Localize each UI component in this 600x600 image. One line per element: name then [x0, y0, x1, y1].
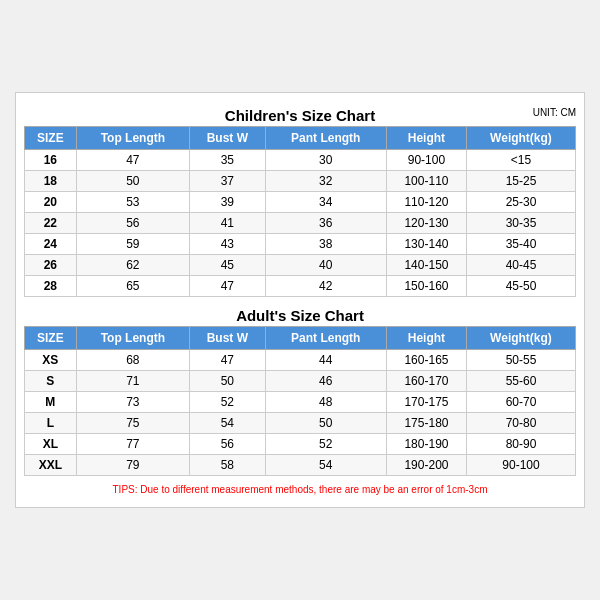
- children-header-row: SIZE Top Length Bust W Pant Length Heigh…: [25, 127, 576, 150]
- table-row: 1647353090-100<15: [25, 150, 576, 171]
- tips-text: TIPS: Due to different measurement metho…: [24, 482, 576, 497]
- table-cell: 30-35: [466, 213, 575, 234]
- adults-col-bust-w: Bust W: [190, 327, 266, 350]
- table-cell: 28: [25, 276, 77, 297]
- table-cell: 26: [25, 255, 77, 276]
- children-section-title: Children's Size Chart UNIT: CM: [24, 103, 576, 126]
- table-cell: 46: [265, 371, 386, 392]
- table-cell: 38: [265, 234, 386, 255]
- table-cell: 80-90: [466, 434, 575, 455]
- table-cell: 58: [190, 455, 266, 476]
- table-cell: 45-50: [466, 276, 575, 297]
- table-row: 24594338130-14035-40: [25, 234, 576, 255]
- table-cell: 110-120: [386, 192, 466, 213]
- children-col-pant-length: Pant Length: [265, 127, 386, 150]
- table-row: S715046160-17055-60: [25, 371, 576, 392]
- table-cell: 90-100: [386, 150, 466, 171]
- table-cell: 175-180: [386, 413, 466, 434]
- children-col-height: Height: [386, 127, 466, 150]
- table-cell: M: [25, 392, 77, 413]
- table-cell: 44: [265, 350, 386, 371]
- table-cell: 54: [190, 413, 266, 434]
- table-cell: 34: [265, 192, 386, 213]
- table-cell: 75: [76, 413, 189, 434]
- table-cell: 73: [76, 392, 189, 413]
- table-cell: 71: [76, 371, 189, 392]
- table-cell: 100-110: [386, 171, 466, 192]
- table-cell: XL: [25, 434, 77, 455]
- table-cell: 50-55: [466, 350, 575, 371]
- table-cell: 50: [76, 171, 189, 192]
- table-cell: 47: [76, 150, 189, 171]
- table-cell: 16: [25, 150, 77, 171]
- table-row: XL775652180-19080-90: [25, 434, 576, 455]
- table-cell: L: [25, 413, 77, 434]
- table-cell: 140-150: [386, 255, 466, 276]
- size-chart-container: Children's Size Chart UNIT: CM SIZE Top …: [15, 92, 585, 508]
- table-cell: XXL: [25, 455, 77, 476]
- adults-col-size: SIZE: [25, 327, 77, 350]
- table-cell: 40-45: [466, 255, 575, 276]
- table-cell: 56: [76, 213, 189, 234]
- table-cell: 70-80: [466, 413, 575, 434]
- table-cell: 60-70: [466, 392, 575, 413]
- table-row: XXL795854190-20090-100: [25, 455, 576, 476]
- table-cell: 35: [190, 150, 266, 171]
- table-cell: 90-100: [466, 455, 575, 476]
- table-row: 26624540140-15040-45: [25, 255, 576, 276]
- children-col-top-length: Top Length: [76, 127, 189, 150]
- table-cell: 50: [265, 413, 386, 434]
- table-cell: 48: [265, 392, 386, 413]
- table-cell: 54: [265, 455, 386, 476]
- table-cell: 120-130: [386, 213, 466, 234]
- table-cell: 42: [265, 276, 386, 297]
- table-cell: 30: [265, 150, 386, 171]
- children-col-bust-w: Bust W: [190, 127, 266, 150]
- table-cell: S: [25, 371, 77, 392]
- adults-table: SIZE Top Length Bust W Pant Length Heigh…: [24, 326, 576, 476]
- table-cell: 35-40: [466, 234, 575, 255]
- table-cell: 52: [265, 434, 386, 455]
- table-cell: 170-175: [386, 392, 466, 413]
- children-col-weight: Weight(kg): [466, 127, 575, 150]
- adults-section-title: Adult's Size Chart: [24, 303, 576, 326]
- table-cell: 56: [190, 434, 266, 455]
- table-row: 18503732100-11015-25: [25, 171, 576, 192]
- adults-title-text: Adult's Size Chart: [236, 307, 364, 324]
- table-cell: 79: [76, 455, 189, 476]
- table-cell: 45: [190, 255, 266, 276]
- table-cell: 150-160: [386, 276, 466, 297]
- table-cell: 62: [76, 255, 189, 276]
- table-cell: XS: [25, 350, 77, 371]
- table-cell: 40: [265, 255, 386, 276]
- adults-col-pant-length: Pant Length: [265, 327, 386, 350]
- table-cell: 43: [190, 234, 266, 255]
- table-cell: 41: [190, 213, 266, 234]
- table-cell: 180-190: [386, 434, 466, 455]
- children-table: SIZE Top Length Bust W Pant Length Heigh…: [24, 126, 576, 297]
- table-cell: 160-170: [386, 371, 466, 392]
- table-cell: 68: [76, 350, 189, 371]
- children-title-text: Children's Size Chart: [225, 107, 375, 124]
- table-row: L755450175-18070-80: [25, 413, 576, 434]
- table-cell: 20: [25, 192, 77, 213]
- table-cell: 22: [25, 213, 77, 234]
- table-row: 20533934110-12025-30: [25, 192, 576, 213]
- children-col-size: SIZE: [25, 127, 77, 150]
- table-cell: 160-165: [386, 350, 466, 371]
- table-cell: 39: [190, 192, 266, 213]
- table-cell: 18: [25, 171, 77, 192]
- table-cell: 50: [190, 371, 266, 392]
- table-cell: 190-200: [386, 455, 466, 476]
- table-row: 28654742150-16045-50: [25, 276, 576, 297]
- table-cell: 25-30: [466, 192, 575, 213]
- table-cell: 47: [190, 350, 266, 371]
- table-cell: 32: [265, 171, 386, 192]
- adults-col-top-length: Top Length: [76, 327, 189, 350]
- table-cell: 36: [265, 213, 386, 234]
- table-cell: 59: [76, 234, 189, 255]
- adults-header-row: SIZE Top Length Bust W Pant Length Heigh…: [25, 327, 576, 350]
- table-cell: 15-25: [466, 171, 575, 192]
- adults-col-height: Height: [386, 327, 466, 350]
- table-row: 22564136120-13030-35: [25, 213, 576, 234]
